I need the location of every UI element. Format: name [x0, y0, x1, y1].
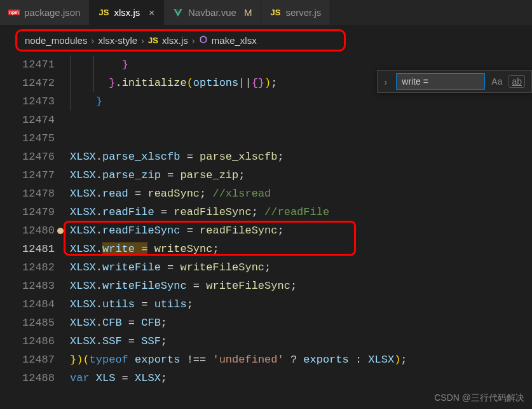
code-line[interactable]: XLSX.write = writeSync; — [70, 240, 532, 258]
npm-icon: npm — [9, 8, 19, 18]
watermark: CSDN @三行代码解决 — [434, 392, 524, 404]
line-number: 12482 — [0, 258, 55, 277]
modified-indicator: M — [244, 7, 252, 18]
breadcrumb-seg[interactable]: xlsx-style — [98, 35, 137, 46]
line-number: 12486 — [0, 332, 55, 350]
line-number: 12476 — [0, 148, 55, 166]
breadcrumb[interactable]: node_modules › xlsx-style › JS xlsx.js ›… — [15, 29, 346, 52]
line-number: 12488 — [0, 369, 55, 387]
line-number: 12480 — [0, 221, 55, 240]
line-number: 12481 — [0, 240, 55, 258]
chevron-right-icon: › — [141, 35, 144, 46]
close-icon[interactable]: × — [149, 7, 154, 18]
chevron-right-icon: › — [192, 35, 195, 46]
line-number: 12485 — [0, 314, 55, 332]
code-line[interactable]: }.initialize(options||{}); — [70, 74, 532, 92]
js-icon: JS — [270, 8, 280, 18]
line-number: 12487 — [0, 350, 55, 369]
code-line[interactable]: } — [70, 55, 532, 74]
modified-line-indicator — [57, 228, 64, 234]
tab-package-json[interactable]: npm package.json — [0, 0, 90, 25]
tab-bar: npm package.json JS xlsx.js × Navbar.vue… — [0, 0, 532, 25]
breadcrumb-seg[interactable]: node_modules — [25, 35, 87, 46]
line-number: 12473 — [0, 92, 55, 111]
tab-label: Navbar.vue — [188, 7, 236, 18]
tab-label: server.js — [285, 7, 321, 18]
code-line[interactable]: XLSX.SSF = SSF; — [70, 332, 532, 350]
line-number: 12474 — [0, 111, 55, 129]
breadcrumb-seg[interactable]: xlsx.js — [162, 35, 188, 46]
tab-server-js[interactable]: JS server.js — [261, 0, 331, 25]
line-number-gutter: 12471 12472 12473 12474 12475 12476 1247… — [0, 55, 70, 387]
line-number: 12475 — [0, 129, 55, 148]
line-number: 12479 — [0, 203, 55, 221]
code-line[interactable]: XLSX.readFile = readFileSync; //readFile — [70, 203, 532, 221]
code-content[interactable]: } }.initialize(options||{}); } XLSX.pars… — [70, 55, 532, 387]
code-line[interactable]: } — [70, 92, 532, 111]
symbol-method-icon — [199, 35, 208, 46]
breadcrumb-seg[interactable]: make_xlsx — [212, 35, 257, 46]
code-line[interactable]: XLSX.readFileSync = readFileSync; — [70, 221, 532, 240]
code-line[interactable]: XLSX.utils = utils; — [70, 295, 532, 314]
tab-label: xlsx.js — [114, 7, 140, 18]
code-line[interactable]: var XLS = XLSX; — [70, 369, 532, 387]
code-line[interactable]: })(typeof exports !== 'undefined' ? expo… — [70, 350, 532, 369]
js-icon: JS — [99, 8, 109, 18]
line-number: 12477 — [0, 166, 55, 184]
line-number: 12484 — [0, 295, 55, 314]
code-line[interactable] — [70, 111, 532, 129]
js-icon: JS — [148, 36, 158, 45]
code-line[interactable]: XLSX.parse_xlscfb = parse_xlscfb; — [70, 148, 532, 166]
code-line[interactable]: XLSX.read = readSync; //xlsread — [70, 184, 532, 203]
code-line[interactable]: XLSX.writeFileSync = writeFileSync; — [70, 277, 532, 295]
vue-icon — [173, 8, 183, 18]
code-line[interactable]: XLSX.writeFile = writeFileSync; — [70, 258, 532, 277]
line-number: 12472 — [0, 74, 55, 92]
chevron-right-icon: › — [91, 35, 94, 46]
line-number: 12483 — [0, 277, 55, 295]
tab-navbar-vue[interactable]: Navbar.vue M — [164, 0, 261, 25]
line-number: 12471 — [0, 55, 55, 74]
tab-xlsx-js[interactable]: JS xlsx.js × — [90, 0, 164, 25]
code-line[interactable] — [70, 129, 532, 148]
code-line[interactable]: XLSX.CFB = CFB; — [70, 314, 532, 332]
code-editor[interactable]: 12471 12472 12473 12474 12475 12476 1247… — [0, 55, 532, 387]
line-number: 12478 — [0, 184, 55, 203]
code-line[interactable]: XLSX.parse_zip = parse_zip; — [70, 166, 532, 184]
tab-label: package.json — [24, 7, 80, 18]
